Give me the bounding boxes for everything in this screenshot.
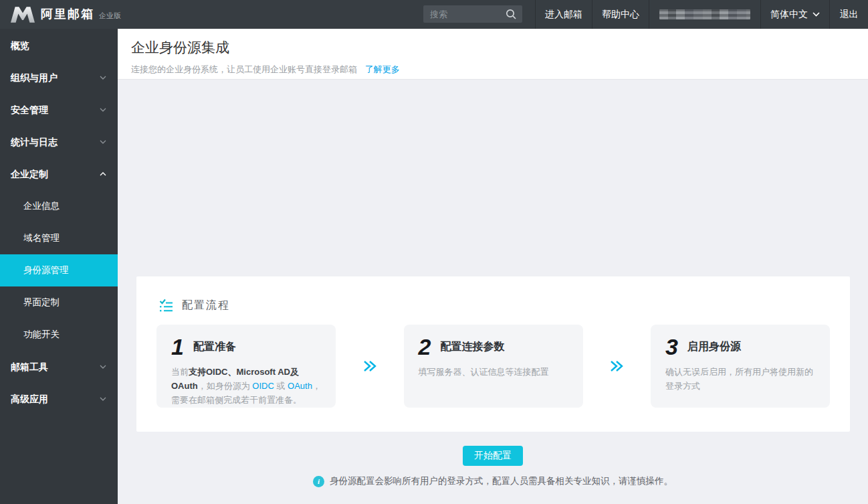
checklist-icon [159, 299, 173, 313]
search-box[interactable] [423, 5, 522, 23]
sidebar-item-security[interactable]: 安全管理 [0, 94, 118, 126]
help-center-link[interactable]: 帮助中心 [592, 0, 649, 29]
step-2-box: 2 配置连接参数 填写服务器、认证信息等连接配置 [404, 325, 583, 408]
steps-row: 1 配置准备 当前支持OIDC、Microsoft AD及OAuth，如身份源为… [156, 325, 830, 408]
sidebar-item-org-users[interactable]: 组织与用户 [0, 62, 118, 94]
sidebar-item-enterprise-custom[interactable]: 企业定制 [0, 158, 118, 190]
main-area: 企业身份源集成 连接您的企业身份系统，让员工使用企业账号直接登录邮箱 了解更多 … [118, 29, 868, 504]
info-icon: i [313, 476, 324, 487]
notice-text: 身份源配置会影响所有用户的登录方式，配置人员需具备相关专业知识，请谨慎操作。 [330, 475, 673, 487]
sidebar-item-ui-custom[interactable]: 界面定制 [0, 286, 118, 319]
step-3-description: 确认无误后启用，所有用户将使用新的登录方式 [665, 365, 815, 393]
learn-more-link[interactable]: 了解更多 [365, 64, 400, 74]
step-2-description: 填写服务器、认证信息等连接配置 [419, 365, 568, 379]
sidebar: 概览 组织与用户 安全管理 统计与日志 企业定制 企业信息 域名管理 身份源管理… [0, 29, 118, 504]
topbar: 阿里邮箱 企业版 进入邮箱 帮助中心 简体中文 退出 [0, 0, 868, 29]
topbar-menu: 进入邮箱 帮助中心 简体中文 退出 [535, 0, 868, 29]
chevron-down-icon [812, 12, 820, 17]
account-name-blurred [659, 9, 750, 19]
oidc-link[interactable]: OIDC [252, 381, 274, 391]
search-icon[interactable] [505, 8, 517, 20]
brand-home-link[interactable]: 阿里邮箱 企业版 [0, 6, 121, 23]
step-1-title: 配置准备 [193, 340, 236, 354]
oauth-link[interactable]: OAuth [288, 381, 312, 391]
language-label: 简体中文 [770, 9, 808, 21]
chevron-down-icon [100, 108, 106, 112]
brand-edition: 企业版 [99, 11, 121, 21]
double-chevron-right-icon [609, 359, 624, 373]
chevron-down-icon [100, 365, 106, 369]
sidebar-item-overview[interactable]: 概览 [0, 29, 118, 62]
chevron-down-icon [100, 397, 106, 401]
step-3-box: 3 启用身份源 确认无误后启用，所有用户将使用新的登录方式 [651, 325, 830, 408]
sidebar-item-stats-logs[interactable]: 统计与日志 [0, 126, 118, 158]
chevron-down-icon [100, 140, 106, 144]
double-chevron-right-icon [362, 359, 377, 373]
brand-name: 阿里邮箱 [41, 6, 94, 22]
step-2-title: 配置连接参数 [440, 340, 504, 354]
sidebar-item-identity-source-mgmt[interactable]: 身份源管理 [0, 254, 118, 286]
step-3-title: 启用身份源 [687, 340, 741, 354]
account-menu[interactable] [649, 0, 760, 29]
step-1-number: 1 [171, 335, 187, 359]
alimail-logo-icon [11, 6, 35, 23]
notice-row: i 身份源配置会影响所有用户的登录方式，配置人员需具备相关专业知识，请谨慎操作。 [118, 475, 868, 487]
enter-mail-link[interactable]: 进入邮箱 [535, 0, 592, 29]
logout-link[interactable]: 退出 [829, 0, 868, 29]
page-subtitle: 连接您的企业身份系统，让员工使用企业账号直接登录邮箱 了解更多 [131, 64, 868, 76]
content-area: 配置流程 1 配置准备 当前支持OIDC、Microsoft AD及OAuth，… [118, 80, 868, 504]
sidebar-item-domain-mgmt[interactable]: 域名管理 [0, 222, 118, 254]
card-title: 配置流程 [182, 299, 230, 313]
chevron-up-icon [100, 172, 106, 176]
step-1-box: 1 配置准备 当前支持OIDC、Microsoft AD及OAuth，如身份源为… [156, 325, 336, 408]
config-flow-card: 配置流程 1 配置准备 当前支持OIDC、Microsoft AD及OAuth，… [136, 276, 850, 432]
step-3-number: 3 [665, 335, 681, 359]
search-input[interactable] [423, 9, 505, 19]
sidebar-item-feature-switch[interactable]: 功能开关 [0, 319, 118, 351]
chevron-down-icon [100, 76, 106, 80]
sidebar-item-enterprise-info[interactable]: 企业信息 [0, 190, 118, 222]
sidebar-item-mail-tools[interactable]: 邮箱工具 [0, 351, 118, 383]
step-1-description: 当前支持OIDC、Microsoft AD及OAuth，如身份源为 OIDC 或… [171, 365, 321, 407]
sidebar-item-advanced-apps[interactable]: 高级应用 [0, 383, 118, 415]
language-selector[interactable]: 简体中文 [760, 0, 829, 29]
step-2-number: 2 [419, 335, 434, 359]
start-config-button[interactable]: 开始配置 [463, 446, 523, 466]
page-header: 企业身份源集成 连接您的企业身份系统，让员工使用企业账号直接登录邮箱 了解更多 [118, 29, 868, 80]
page-title: 企业身份源集成 [131, 38, 868, 57]
